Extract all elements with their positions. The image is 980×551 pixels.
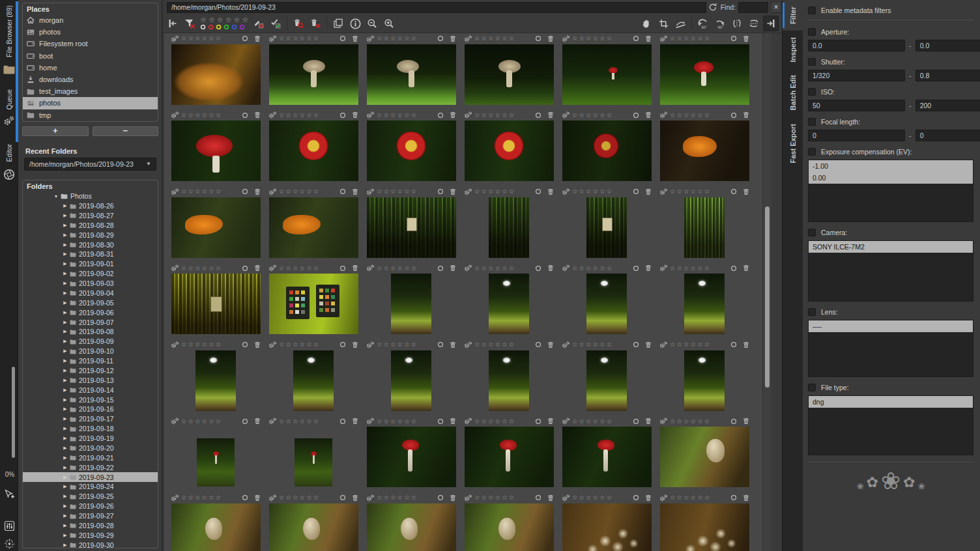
filter-checkbox-row[interactable]: Lens: — [808, 308, 973, 316]
color-label-icon[interactable] — [633, 418, 639, 425]
folder-row[interactable]: ▶2019-09-07 — [23, 317, 158, 327]
rating-star-icon[interactable]: ☆ — [488, 35, 494, 42]
color-label-icon[interactable] — [633, 35, 639, 42]
rating-star-icon[interactable]: ☆ — [495, 494, 501, 501]
camera-list-item[interactable]: SONY ILCE-7M2 — [809, 241, 973, 253]
rating-star-icon[interactable]: ☆ — [300, 35, 306, 42]
recent-folders-select[interactable]: /home/morgan/Photos/2019-09-23 ▼ — [24, 158, 156, 171]
rating-star-icon[interactable]: ☆ — [670, 35, 676, 42]
profile-gears-icon[interactable] — [464, 341, 472, 348]
rating-star-icon[interactable]: ☆ — [181, 341, 187, 348]
rating-star-icon[interactable]: ☆ — [377, 265, 382, 272]
find-input[interactable] — [738, 2, 768, 13]
tab-batch-edit[interactable]: Batch Edit — [783, 68, 803, 117]
thumbnail-image[interactable] — [465, 427, 554, 487]
folder-row[interactable]: ▶2019-09-18 — [23, 424, 158, 434]
rating-star-icon[interactable]: ☆ — [377, 112, 382, 119]
rating-star-icon[interactable]: ☆ — [677, 418, 683, 425]
rating-star-icon[interactable]: ☆ — [181, 35, 187, 42]
trash-icon[interactable] — [450, 417, 456, 425]
rating-star-icon[interactable]: ☆ — [390, 265, 396, 272]
rating-star-icon[interactable]: ☆ — [488, 341, 494, 348]
filter-checkbox-row[interactable]: ISO: — [808, 88, 973, 96]
profile-gears-icon[interactable] — [562, 494, 570, 502]
profile-gears-icon[interactable] — [366, 494, 375, 502]
thumbnail-image[interactable] — [465, 44, 554, 105]
rating-star-icon[interactable]: ☆ — [677, 188, 683, 195]
color-label-filter-icon[interactable] — [223, 24, 229, 31]
rating-star-icon[interactable]: ☆ — [397, 35, 403, 42]
rating-star-icon[interactable]: ☆ — [599, 418, 605, 425]
checkbox-icon[interactable] — [808, 229, 816, 236]
folder-row[interactable]: ▶2019-09-22 — [23, 462, 158, 472]
place-item[interactable]: boot — [23, 50, 158, 62]
rating-star-icon[interactable]: ☆ — [684, 188, 689, 195]
profile-gears-icon[interactable] — [562, 417, 570, 425]
color-label-filter-icon[interactable] — [216, 24, 222, 31]
chevron-right-icon[interactable]: ▶ — [62, 426, 68, 431]
rating-star-icon[interactable]: ☆ — [209, 35, 214, 42]
trash-icon[interactable] — [450, 111, 456, 119]
profile-gears-icon[interactable] — [268, 494, 277, 502]
folder-row[interactable]: ▶2019-09-23 — [23, 472, 158, 482]
rating-star-icon[interactable]: ☆ — [404, 494, 410, 501]
profile-gears-icon[interactable] — [464, 35, 472, 42]
rating-star-icon[interactable]: ☆ — [509, 494, 515, 501]
rating-star-icon[interactable]: ☆ — [279, 494, 285, 501]
rating-star-icon[interactable]: ☆ — [195, 188, 201, 195]
rating-star-icon[interactable]: ☆ — [579, 188, 585, 195]
rating-star-icon[interactable]: ☆ — [411, 341, 417, 348]
rating-star-icon[interactable]: ☆ — [293, 494, 298, 501]
straighten-button[interactable] — [672, 16, 688, 31]
profile-gears-icon[interactable] — [366, 35, 375, 42]
profile-gears-icon[interactable] — [268, 341, 277, 348]
rating-star-icon[interactable]: ☆ — [593, 35, 599, 42]
rating-star-icon[interactable]: ☆ — [593, 341, 599, 348]
trash-icon[interactable] — [743, 35, 749, 42]
rating-star-icon[interactable]: ☆ — [306, 494, 312, 501]
folder-row[interactable]: ▶2019-09-01 — [23, 259, 158, 269]
rating-star-icon[interactable]: ☆ — [286, 188, 292, 195]
color-label-filter-icon[interactable] — [208, 24, 214, 31]
folder-row[interactable]: ▶2019-09-12 — [23, 365, 158, 375]
folder-row[interactable]: ▶2019-09-25 — [23, 492, 158, 502]
trash-icon[interactable] — [352, 35, 358, 42]
trash-icon[interactable] — [352, 264, 358, 272]
rating-star-icon[interactable]: ☆ — [404, 418, 410, 425]
rating-star-icon[interactable]: ☆ — [411, 418, 417, 425]
filetype-listbox[interactable]: dng — [808, 395, 973, 455]
color-label-icon[interactable] — [437, 35, 444, 42]
thumbnail-image[interactable] — [171, 197, 261, 258]
rating-star-icon[interactable]: ☆ — [572, 188, 578, 195]
profile-gears-icon[interactable] — [366, 417, 375, 425]
folder-row[interactable]: ▶2019-09-29 — [23, 530, 158, 540]
rating-star-icon[interactable]: ☆ — [293, 265, 298, 272]
chevron-right-icon[interactable]: ▶ — [62, 533, 68, 538]
chevron-right-icon[interactable]: ▶ — [62, 320, 68, 325]
rating-star-icon[interactable]: ☆ — [404, 188, 410, 195]
rating-star-icon[interactable]: ☆ — [684, 35, 689, 42]
profile-gears-icon[interactable] — [464, 494, 472, 502]
color-label-icon[interactable] — [633, 341, 639, 348]
rating-star-icon[interactable]: ☆ — [704, 35, 710, 42]
remove-place-button[interactable]: − — [93, 126, 159, 136]
chevron-right-icon[interactable]: ▶ — [62, 475, 68, 480]
color-label-filter-icon[interactable] — [200, 24, 206, 31]
rating-star-icon[interactable]: ☆ — [306, 341, 312, 348]
rating-star-icon[interactable]: ☆ — [300, 341, 306, 348]
rating-star-icon[interactable]: ☆ — [593, 188, 599, 195]
tab-fast-export[interactable]: Fast Export — [783, 117, 803, 170]
rating-star-icon[interactable]: ☆ — [684, 418, 689, 425]
rank-star-icon[interactable]: ☆ — [242, 16, 248, 24]
rating-star-icon[interactable]: ☆ — [488, 265, 494, 272]
rating-star-icon[interactable]: ☆ — [599, 494, 605, 501]
rating-star-icon[interactable]: ☆ — [495, 265, 501, 272]
rating-star-icon[interactable]: ☆ — [188, 265, 194, 272]
rating-star-icon[interactable]: ☆ — [202, 265, 208, 272]
chevron-right-icon[interactable]: ▶ — [62, 397, 68, 403]
filter-clear-button[interactable] — [182, 16, 197, 31]
profile-gears-icon[interactable] — [659, 35, 668, 42]
rating-star-icon[interactable]: ☆ — [482, 112, 487, 119]
rating-star-icon[interactable]: ☆ — [474, 112, 480, 119]
rating-star-icon[interactable]: ☆ — [300, 188, 306, 195]
